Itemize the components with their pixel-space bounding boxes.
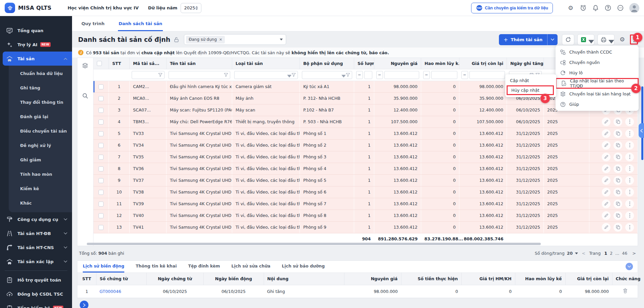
table-row[interactable]: 10 TV38 Tivi Samsung 4K Crystal UHD 55 i… [93,186,638,198]
sidebar-item[interactable]: Tổng kiểm kê NEW [0,301,72,308]
row-menu-icon[interactable] [625,223,634,232]
table-row[interactable]: 4 TBM3... Máy chủ: Dell PowerEdge R760xs… [93,116,638,128]
table-row[interactable]: 8 TV36 Tivi Samsung 4K Crystal UHD 55 in… [93,163,638,174]
row-checkbox[interactable] [99,108,104,113]
row-menu-icon[interactable] [625,141,634,150]
submenu-item[interactable]: Chuẩn hóa dữ liệu [9,66,72,81]
row-checkbox[interactable] [99,143,104,148]
table-row[interactable]: 12 TV40 Tivi Samsung 4K Crystal UHD 55 i… [93,210,638,221]
edit-icon[interactable] [602,153,610,161]
row-menu-icon[interactable] [625,164,634,173]
history-clock-icon[interactable] [580,5,586,11]
table-settings-icon[interactable]: ⚙ [618,34,627,45]
edit-icon[interactable] [602,188,610,197]
name-filter[interactable] [169,71,230,79]
page-tab[interactable]: Quy trình [81,21,105,31]
edit-icon[interactable] [602,176,610,185]
row-checkbox[interactable] [99,96,104,101]
detail-tab[interactable]: Lịch sử bảo dưỡng [282,263,325,273]
sidebar-item[interactable]: Hỗ trợ quyết toán [0,273,72,287]
prev-page-icon[interactable]: < [580,251,587,256]
select-all-checkbox[interactable] [97,61,102,66]
table-row[interactable]: 13 TV41 Tivi Samsung 4K Crystal UHD 55 i… [93,221,638,233]
page-number[interactable]: 1 [603,251,609,256]
status-filter-combobox[interactable]: Đang sử dụng ✕ [184,34,286,45]
row-menu-icon[interactable] [625,129,634,138]
settings-icon[interactable]: ⚙ [567,5,574,11]
collapse-panel-tab[interactable] [639,123,644,138]
popup-menu-item[interactable]: Hủy cập nhật [507,85,554,95]
qty-filter[interactable] [364,71,372,79]
per-page-caret-icon[interactable] [575,252,578,254]
copy-icon[interactable] [614,129,622,138]
page-number[interactable]: ... [614,251,621,256]
table-row[interactable]: 6 TV34 Tivi Samsung 4K Crystal UHD 55 in… [93,139,638,151]
submenu-item[interactable]: Điều chuyển tài sản [9,124,72,138]
context-menu-item[interactable]: Chuyển nguồn [556,57,639,68]
sidebar-item[interactable]: Công cụ dụng cụ [0,212,72,226]
submenu-item[interactable]: Thay đổi thông tin [9,95,72,109]
row-checkbox[interactable] [99,213,104,218]
submenu-item[interactable]: Đánh giá lại [9,109,72,124]
detail-tab[interactable]: Lịch sử sửa chữa [232,263,270,273]
popup-menu-item[interactable]: Cập nhật [505,76,556,85]
search-icon[interactable] [82,93,88,99]
code-filter[interactable] [132,71,165,79]
context-menu-item[interactable]: Chuyển thành CCDC [556,47,639,57]
edit-icon[interactable] [602,141,610,150]
dept-filter[interactable] [302,71,352,79]
submenu-item[interactable]: Kiểm kê [9,181,72,196]
copy-icon[interactable] [614,188,622,197]
edit-icon[interactable] [602,118,610,126]
layers-icon[interactable] [82,63,88,69]
print-button[interactable] [597,34,615,45]
context-menu-item[interactable]: Hủy lô [556,68,639,78]
row-checkbox[interactable] [99,84,104,89]
delete-icon[interactable] [623,288,628,293]
page-tab[interactable]: Danh sách tài sản [118,21,163,31]
history-row[interactable]: 1 GT000046 06/10/2025 06/10/2025 Ghi tăn… [77,285,638,298]
sidebar-item[interactable]: Đồng bộ CSDL TSC [0,287,72,301]
remain-filter[interactable] [469,71,505,79]
submenu-item[interactable]: Ghi giảm [9,153,72,167]
row-menu-icon[interactable] [625,176,634,185]
more-icon[interactable] [617,5,624,11]
add-asset-button[interactable]: + Thêm tài sản [499,36,547,43]
submenu-item[interactable]: Tính hao mòn [9,167,72,181]
detail-tab[interactable]: Tệp đính kèm [188,263,220,273]
collapse-detail-icon[interactable] [626,263,633,270]
expand-sidebar-button[interactable] [80,301,88,308]
copy-icon[interactable] [614,211,622,220]
copy-icon[interactable] [614,164,622,173]
data-year-input[interactable] [184,5,195,10]
chip-close-icon[interactable]: ✕ [219,37,222,42]
edit-icon[interactable] [602,129,610,138]
row-menu-icon[interactable] [625,200,634,208]
bell-icon[interactable] [592,5,599,11]
table-row[interactable]: 5 TV33 Tivi Samsung 4K Crystal UHD 55 in… [93,128,638,139]
sidebar-item[interactable]: Trợ lý AI NEW [0,37,72,52]
data-year-stepper[interactable] [181,3,201,13]
submenu-item[interactable]: Khác [9,196,72,210]
context-menu-item[interactable]: Chuyển loại tài sản hàng loạt [556,89,639,99]
sidebar-item[interactable]: Tài sản HT-CNS [0,240,72,254]
row-checkbox[interactable] [99,120,104,125]
expert-check-button[interactable]: Cần chuyên gia kiểm tra dữ liệu [471,3,553,13]
table-row[interactable]: 7 TV35 Tivi Samsung 4K Crystal UHD 55 in… [93,151,638,163]
row-checkbox[interactable] [99,178,104,183]
copy-icon[interactable] [614,118,622,126]
refresh-button[interactable] [562,34,574,45]
copy-icon[interactable] [614,176,622,185]
lock-open-icon[interactable] [174,37,179,43]
avatar[interactable] [629,3,639,13]
row-checkbox[interactable] [99,202,104,207]
rows-per-page-value[interactable]: 20 [567,251,573,256]
row-menu-icon[interactable] [625,211,634,220]
row-menu-icon[interactable] [625,118,634,126]
context-menu-item[interactable]: Cập nhật loại tài sản theo TT/QĐ [556,78,639,89]
page-number[interactable]: 46 [621,251,629,256]
submenu-item[interactable]: Ghi tăng [9,81,72,95]
page-number[interactable]: 2 [608,251,614,256]
row-checkbox[interactable] [99,225,104,230]
export-excel-button[interactable]: X [577,34,594,45]
